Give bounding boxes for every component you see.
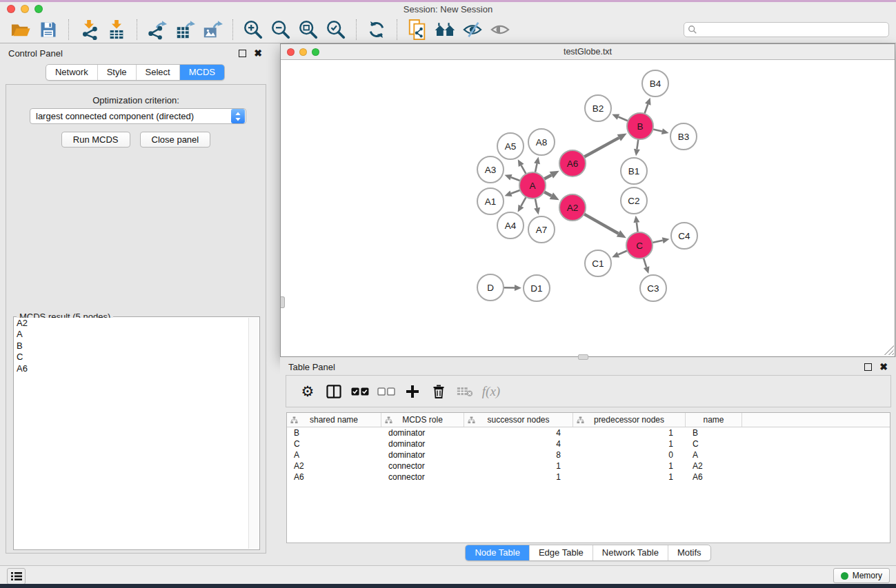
minimize-traffic-light[interactable]	[299, 48, 307, 56]
close-panel-button[interactable]: Close panel	[140, 132, 211, 148]
graph-edge-arrowhead	[634, 149, 640, 156]
table-cell: B	[287, 427, 381, 438]
tab-node-table[interactable]: Node Table	[466, 545, 529, 560]
select-all-button[interactable]	[347, 378, 373, 405]
result-item[interactable]: A2	[14, 318, 248, 329]
minimize-traffic-light[interactable]	[21, 5, 29, 13]
graph-edge[interactable]	[618, 117, 628, 121]
table-cell: C	[686, 438, 742, 449]
graph-node-label: A2	[567, 203, 579, 213]
hide-eye-button[interactable]	[459, 18, 486, 41]
run-mcds-button[interactable]: Run MCDS	[61, 132, 130, 148]
desktop-edge	[0, 584, 896, 588]
resize-grip-icon[interactable]	[884, 345, 894, 355]
graph-edge-arrowhead	[515, 285, 521, 291]
result-item[interactable]: C	[14, 352, 248, 363]
close-traffic-light[interactable]	[7, 5, 15, 13]
tab-network-table[interactable]: Network Table	[593, 545, 668, 560]
network-document-button[interactable]	[404, 18, 431, 41]
graph-edge[interactable]	[511, 190, 520, 194]
graph-edge[interactable]	[653, 241, 663, 243]
result-item[interactable]: B	[14, 341, 248, 352]
export-network-button[interactable]	[143, 18, 171, 41]
graph-edge[interactable]	[521, 165, 526, 174]
function-builder-button[interactable]: f(x)	[478, 378, 504, 405]
table-row[interactable]: Adominator80A	[287, 449, 890, 460]
network-canvas[interactable]: B4B2BB3B1C2A5A8A6A3AA1A2A4A7C1CC4C3DD1	[281, 60, 895, 356]
graph-edge[interactable]	[535, 163, 537, 172]
column-header-MCDS-role[interactable]: MCDS role	[381, 413, 464, 427]
tab-motifs[interactable]: Motifs	[668, 545, 710, 560]
zoom-out-button[interactable]	[267, 18, 295, 41]
graph-edge[interactable]	[653, 129, 661, 131]
close-panel-icon[interactable]: ✖	[879, 363, 888, 371]
column-header-successor-nodes[interactable]: successor nodes	[464, 413, 573, 427]
graph-edge[interactable]	[535, 199, 537, 208]
graph-edge[interactable]	[521, 197, 526, 206]
column-header-name[interactable]: name	[686, 413, 742, 427]
close-panel-icon[interactable]: ✖	[254, 50, 262, 57]
graph-edge[interactable]	[544, 192, 552, 196]
deselect-all-button[interactable]	[373, 378, 399, 405]
network-graph[interactable]: B4B2BB3B1C2A5A8A6A3AA1A2A4A7C1CC4C3DD1	[281, 60, 895, 356]
float-panel-icon[interactable]	[239, 50, 246, 57]
result-scrollbar[interactable]	[248, 318, 259, 549]
task-history-button[interactable]	[7, 568, 26, 585]
graph-edge[interactable]	[511, 177, 520, 181]
criterion-dropdown[interactable]: largest connected component (directed)	[30, 108, 246, 124]
zoom-traffic-light[interactable]	[34, 5, 43, 13]
table-row[interactable]: Cdominator41C	[287, 438, 890, 449]
graph-node-label: B2	[593, 103, 604, 114]
table-settings-button[interactable]: ⚙	[295, 378, 321, 405]
show-eye-button[interactable]	[486, 18, 514, 41]
add-column-button[interactable]	[399, 378, 426, 405]
graph-edge[interactable]	[644, 258, 646, 267]
open-folder-button[interactable]	[7, 18, 34, 41]
graph-edge[interactable]	[618, 251, 627, 255]
graph-node-label: D1	[530, 283, 542, 294]
tab-edge-table[interactable]: Edge Table	[529, 545, 593, 560]
tab-style[interactable]: Style	[97, 65, 136, 80]
result-item[interactable]: A6	[14, 363, 248, 374]
result-item[interactable]: A	[14, 329, 248, 340]
delete-column-button[interactable]	[426, 378, 452, 405]
graph-edge[interactable]	[644, 104, 648, 114]
table-cell: 4	[464, 427, 573, 438]
graph-edge[interactable]	[544, 175, 552, 179]
graph-edge[interactable]	[584, 138, 619, 157]
table-cell: 1	[464, 460, 573, 472]
home-button[interactable]	[431, 18, 459, 41]
float-panel-icon[interactable]	[864, 363, 872, 371]
close-traffic-light[interactable]	[287, 48, 295, 56]
table-row[interactable]: A6connector11A6	[287, 472, 890, 483]
column-header-predecessor-nodes[interactable]: predecessor nodes	[573, 413, 686, 427]
tab-mcds[interactable]: MCDS	[179, 65, 224, 80]
table-row[interactable]: A2connector11A2	[287, 460, 890, 472]
zoom-traffic-light[interactable]	[312, 48, 319, 56]
delete-table-button[interactable]	[452, 378, 478, 405]
import-network-button[interactable]	[75, 18, 103, 41]
graph-edge[interactable]	[637, 139, 638, 149]
column-header-label: MCDS role	[402, 415, 443, 425]
export-table-button[interactable]	[171, 18, 199, 41]
refresh-button[interactable]	[363, 18, 390, 41]
graph-edge[interactable]	[584, 214, 619, 233]
tab-select[interactable]: Select	[136, 65, 179, 80]
search-field[interactable]	[684, 22, 889, 37]
column-view-button[interactable]	[321, 378, 347, 405]
memory-button[interactable]: Memory	[833, 568, 890, 583]
splitter-handle-icon[interactable]	[281, 296, 285, 308]
zoom-fit-button[interactable]	[295, 18, 322, 41]
column-header-shared-name[interactable]: shared name	[287, 413, 381, 427]
graph-edge[interactable]	[637, 223, 638, 232]
table-row[interactable]: Bdominator41B	[287, 427, 890, 438]
tab-network[interactable]: Network	[46, 65, 97, 80]
divider-handle-icon[interactable]	[578, 354, 588, 360]
zoom-in-button[interactable]	[239, 18, 267, 41]
table-cell: connector	[381, 472, 464, 483]
search-input[interactable]	[697, 23, 885, 36]
zoom-selected-button[interactable]	[322, 18, 350, 41]
save-button[interactable]	[34, 18, 62, 41]
import-table-button[interactable]	[103, 18, 130, 41]
export-image-button[interactable]	[199, 18, 226, 41]
